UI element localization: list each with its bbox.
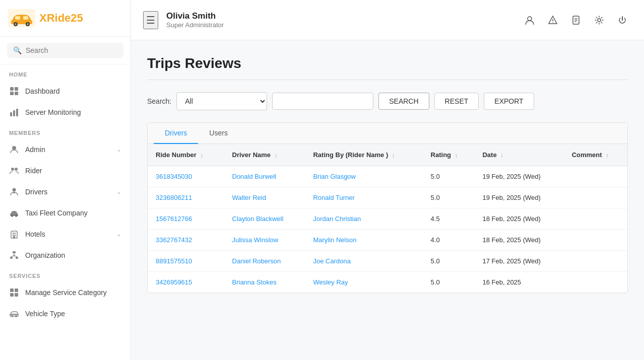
sidebar-item-admin[interactable]: Admin ⌄ <box>0 139 131 160</box>
section-members-label: MEMBERS <box>0 123 131 139</box>
section-services-label: SERVICES <box>0 266 131 282</box>
warning-icon <box>548 15 558 25</box>
power-button[interactable] <box>613 11 632 30</box>
sidebar-search-container: 🔍 <box>0 37 131 64</box>
menu-button[interactable]: ☰ <box>143 11 158 29</box>
tab-users[interactable]: Users <box>198 123 239 144</box>
page-title: Trips Reviews <box>147 55 628 80</box>
settings-button[interactable] <box>590 11 609 30</box>
rider-name-link[interactable]: Ronald Turner <box>313 194 354 201</box>
rider-name-link[interactable]: Marylin Nelson <box>313 236 356 244</box>
cell-date: 18 Feb, 2025 (Wed) <box>474 230 563 251</box>
driver-name-link[interactable]: Walter Reid <box>232 194 266 201</box>
cell-rating: 4.0 <box>423 230 475 251</box>
user-profile-button[interactable] <box>520 11 539 30</box>
car-icon <box>9 208 19 218</box>
cell-rider-name: Ronald Turner <box>305 187 422 208</box>
driver-name-link[interactable]: Julissa Winslow <box>232 236 279 244</box>
svg-point-5 <box>27 23 29 25</box>
cell-date: 16 Feb, 2025 <box>474 272 563 293</box>
table-row: 3362767432 Julissa Winslow Marylin Nelso… <box>148 230 627 251</box>
col-rating-by[interactable]: Rating By (Rider Name ) ↕ <box>305 144 422 166</box>
svg-rect-10 <box>10 92 14 95</box>
svg-rect-26 <box>13 235 14 236</box>
rider-name-link[interactable]: Jordan Christian <box>313 215 361 223</box>
driver-name-link[interactable]: Donald Burwell <box>232 173 276 180</box>
driver-name-link[interactable]: Clayton Blackwell <box>232 215 284 223</box>
svg-rect-30 <box>10 257 13 259</box>
sidebar-item-rider[interactable]: Rider <box>0 160 131 181</box>
sidebar-item-taxi-fleet[interactable]: Taxi Fleet Company <box>0 202 131 224</box>
logo-car-icon <box>8 9 35 27</box>
svg-rect-35 <box>10 289 14 292</box>
sidebar-item-dashboard[interactable]: Dashboard <box>0 81 131 102</box>
alert-button[interactable] <box>543 11 562 30</box>
cell-driver-name: Daniel Roberson <box>224 251 305 272</box>
cell-comment <box>564 272 627 293</box>
cell-rider-name: Jordan Christian <box>305 208 422 230</box>
chevron-down-icon: ⌄ <box>116 188 121 195</box>
rider-name-link[interactable]: Wesley Ray <box>313 278 348 286</box>
ride-number-link[interactable]: 1567612766 <box>156 215 192 223</box>
sidebar-item-label: Admin <box>25 146 45 154</box>
svg-rect-19 <box>13 192 15 193</box>
svg-rect-24 <box>13 233 14 234</box>
ride-number-link[interactable]: 8891575510 <box>156 257 192 265</box>
col-ride-number[interactable]: Ride Number ↕ <box>148 144 224 166</box>
cell-rating: 5.0 <box>423 187 475 208</box>
search-button[interactable]: SEARCH <box>378 93 429 110</box>
sidebar-item-organization[interactable]: Organization <box>0 245 131 266</box>
header-actions <box>520 11 632 30</box>
export-button[interactable]: EXPORT <box>484 93 534 110</box>
svg-rect-9 <box>15 87 18 91</box>
driver-name-link[interactable]: Daniel Roberson <box>232 257 281 265</box>
table-row: 3236806211 Walter Reid Ronald Turner 5.0… <box>148 187 627 208</box>
ride-number-link[interactable]: 3618345030 <box>156 173 192 180</box>
sidebar-item-drivers[interactable]: Drivers ⌄ <box>0 181 131 202</box>
search-select[interactable]: All Driver Name Ride Number Rating <box>176 92 267 110</box>
svg-rect-8 <box>10 87 14 91</box>
svg-rect-37 <box>10 293 14 297</box>
cell-ride-number: 8891575510 <box>148 251 224 272</box>
sidebar-item-server-monitoring[interactable]: Server Monitoring <box>0 102 131 123</box>
ride-number-link[interactable]: 3426959615 <box>156 278 192 286</box>
col-date[interactable]: Date ↕ <box>474 144 563 166</box>
sort-icon: ↕ <box>201 152 204 158</box>
rider-name-link[interactable]: Joe Cardona <box>313 257 350 265</box>
col-driver-name[interactable]: Driver Name ↕ <box>224 144 305 166</box>
search-text-input[interactable] <box>272 93 373 110</box>
table-row: 1567612766 Clayton Blackwell Jordan Chri… <box>148 208 627 230</box>
reset-button[interactable]: RESET <box>434 93 479 110</box>
cell-rider-name: Brian Glasgow <box>305 166 422 187</box>
sidebar-item-label: Hotels <box>25 230 45 238</box>
svg-rect-28 <box>13 236 15 238</box>
tab-drivers[interactable]: Drivers <box>154 123 198 144</box>
document-button[interactable] <box>566 11 586 30</box>
cell-driver-name: Clayton Blackwell <box>224 208 305 230</box>
search-box[interactable]: 🔍 <box>7 43 123 58</box>
cell-date: 17 Feb, 2025 (Wed) <box>474 251 563 272</box>
ride-number-link[interactable]: 3362767432 <box>156 236 192 244</box>
svg-point-3 <box>15 23 17 25</box>
sidebar-item-manage-service[interactable]: Manage Service Category <box>0 282 131 303</box>
sidebar-item-vehicle-type[interactable]: Vehicle Type <box>0 303 131 324</box>
cell-date: 18 Feb, 2025 (Wed) <box>474 208 563 230</box>
svg-point-44 <box>552 22 553 23</box>
power-icon <box>617 15 627 25</box>
cell-ride-number: 3618345030 <box>148 166 224 187</box>
rider-name-link[interactable]: Brian Glasgow <box>313 173 356 180</box>
cell-rider-name: Marylin Nelson <box>305 230 422 251</box>
logo[interactable]: XRide25 <box>0 0 131 37</box>
driver-name-link[interactable]: Brianna Stokes <box>232 278 277 286</box>
grid-icon <box>9 86 19 96</box>
svg-point-49 <box>598 19 601 22</box>
svg-rect-29 <box>13 251 16 253</box>
ride-number-link[interactable]: 3236806211 <box>156 194 192 201</box>
search-input[interactable] <box>26 46 117 54</box>
header: ☰ Olivia Smith Super Administrator <box>131 0 644 40</box>
page-content: Trips Reviews Search: All Driver Name Ri… <box>131 40 644 360</box>
sidebar-item-hotels[interactable]: Hotels ⌄ <box>0 224 131 245</box>
col-comment[interactable]: Comment ↕ <box>564 144 627 166</box>
col-rating[interactable]: Rating ↕ <box>423 144 475 166</box>
org-icon <box>9 250 19 260</box>
